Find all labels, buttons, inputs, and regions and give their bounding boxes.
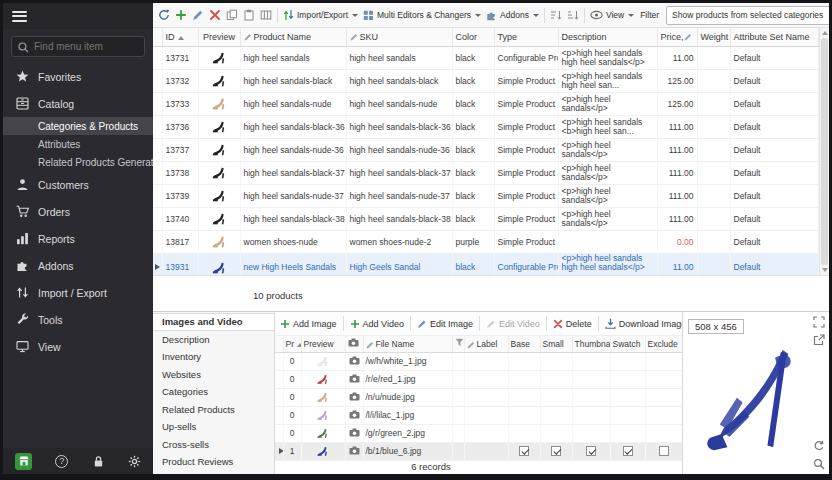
sidebar-item-customers[interactable]: Customers: [3, 171, 153, 198]
delete-product-button[interactable]: [207, 7, 223, 23]
tab-description[interactable]: Description: [153, 331, 274, 349]
column-header-description[interactable]: Description: [558, 28, 657, 46]
column-header-type[interactable]: Type: [494, 28, 558, 46]
sidebar-item-view[interactable]: View: [3, 333, 153, 360]
column-header-product-name[interactable]: Product Name: [240, 28, 346, 46]
fullscreen-button[interactable]: [813, 316, 825, 328]
scrollbar-thumb[interactable]: [821, 38, 828, 265]
tab-product-reviews[interactable]: Product Reviews: [153, 453, 274, 471]
add-video-button[interactable]: Add Video: [348, 317, 406, 331]
sidebar-item-favorites[interactable]: Favorites: [3, 63, 153, 90]
edit-product-button[interactable]: [190, 7, 206, 23]
edit-image-button[interactable]: Edit Image: [415, 317, 475, 331]
tab-inventory[interactable]: Inventory: [153, 348, 274, 366]
image-row[interactable]: 0 /l/i/lilac_1.jpg: [275, 406, 683, 424]
store-button[interactable]: [15, 453, 32, 470]
column-header-swatch[interactable]: Swatch: [610, 336, 645, 352]
column-header-attribute-set[interactable]: Attribute Set Name: [730, 28, 818, 46]
scroll-up-icon[interactable]: [822, 31, 828, 35]
download-image-button[interactable]: Download Image: [603, 316, 682, 331]
products-scrollbar[interactable]: [819, 28, 830, 275]
product-row-13739[interactable]: 13739 high heel sandals-nude-37 high hee…: [153, 184, 818, 207]
base-checkbox[interactable]: [519, 446, 529, 456]
multi-editors-menu[interactable]: Multi Editors & Changers: [361, 8, 483, 23]
column-header-camera[interactable]: [345, 336, 363, 352]
tab-related-products[interactable]: Related Products: [153, 401, 274, 419]
column-header-position[interactable]: Pr: [283, 336, 301, 352]
tab-cross-sells[interactable]: Cross-sells: [153, 436, 274, 454]
sidebar-subitem-attributes[interactable]: Attributes: [3, 135, 153, 153]
edit-video-button[interactable]: Edit Video: [484, 317, 542, 331]
tab-categories[interactable]: Categories: [153, 383, 274, 401]
product-row-13737[interactable]: 13737 high heel sandals-nude-36 high hee…: [153, 138, 818, 161]
column-header-small[interactable]: Small: [540, 336, 572, 352]
column-header-preview[interactable]: Preview: [301, 336, 345, 352]
tab-websites[interactable]: Websites: [153, 366, 274, 384]
image-row[interactable]: 0 /g/r/green_2.jpg: [275, 424, 683, 442]
hamburger-menu-button[interactable]: [3, 3, 153, 29]
image-row[interactable]: 1 /b/1/blue_6.jpg: [275, 442, 683, 460]
paste-button[interactable]: [241, 7, 257, 23]
add-image-button[interactable]: Add Image: [278, 317, 339, 331]
sidebar-item-orders[interactable]: Orders: [3, 198, 153, 225]
column-header-base[interactable]: Base: [508, 336, 540, 352]
id-cell: 13733: [162, 92, 198, 115]
column-header-label[interactable]: Label: [464, 336, 508, 352]
view-menu[interactable]: View: [588, 8, 636, 22]
column-header-sku[interactable]: SKU: [346, 28, 452, 46]
zoom-button[interactable]: [813, 458, 825, 470]
filter-cell: [452, 388, 464, 406]
exclude-checkbox[interactable]: [659, 446, 669, 456]
product-row-13817[interactable]: 13817 women shoes-nude women shoes-nude-…: [153, 230, 818, 253]
small-checkbox[interactable]: [551, 446, 561, 456]
column-header-preview[interactable]: Preview: [198, 28, 240, 46]
sidebar-item-tools[interactable]: Tools: [3, 306, 153, 333]
sidebar-item-reports[interactable]: Reports: [3, 225, 153, 252]
tab-up-sells[interactable]: Up-sells: [153, 418, 274, 436]
open-external-button[interactable]: [813, 334, 825, 346]
product-row-13732[interactable]: 13732 high heel sandals-black high heel …: [153, 69, 818, 92]
swatch-checkbox[interactable]: [623, 446, 633, 456]
column-header-filter[interactable]: [452, 336, 464, 352]
column-header-file-name[interactable]: File Name: [363, 336, 452, 352]
copy-button[interactable]: [224, 7, 240, 23]
sidebar-subitem-related-products-generator[interactable]: Related Products Generator: [3, 153, 153, 171]
category-filter-select[interactable]: Show products from selected categories: [666, 6, 829, 25]
product-row-13733[interactable]: 13733 high heel sandals-nude high heel s…: [153, 92, 818, 115]
refresh-button[interactable]: [156, 7, 172, 23]
sidebar-item-import-export[interactable]: Import / Export: [3, 279, 153, 306]
weight-cell: [697, 115, 730, 138]
column-header-exclude[interactable]: Exclude: [645, 336, 683, 352]
column-header-price[interactable]: Price,: [657, 28, 697, 46]
image-row[interactable]: 0 /r/e/red_1.jpg: [275, 370, 683, 388]
sort-ascending-button[interactable]: [548, 8, 564, 23]
import-export-menu[interactable]: Import/Export: [281, 7, 360, 23]
image-row[interactable]: 0 /n/u/nude.jpg: [275, 388, 683, 406]
delete-image-button[interactable]: Delete: [551, 317, 594, 331]
column-header-thumbnail[interactable]: Thumbna: [572, 336, 610, 352]
sidebar-item-addons[interactable]: Addons: [3, 252, 153, 279]
image-row[interactable]: 0 /w/h/white_1.jpg: [275, 352, 683, 370]
menu-search-input[interactable]: [12, 41, 144, 52]
scroll-down-icon[interactable]: [822, 268, 828, 272]
addons-menu[interactable]: Addons: [484, 8, 541, 23]
sort-descending-button[interactable]: [565, 8, 581, 23]
help-button[interactable]: ?: [55, 455, 68, 468]
product-row-13931[interactable]: 13931 new High Heels Sandals High Geels …: [153, 253, 818, 276]
product-row-13740[interactable]: 13740 high heel sandals-black-38 high he…: [153, 207, 818, 230]
settings-button[interactable]: [128, 455, 141, 468]
sidebar-subitem-categories-products[interactable]: Categories & Products: [3, 117, 153, 135]
rotate-button[interactable]: [813, 440, 825, 452]
thumbnail-checkbox[interactable]: [586, 446, 596, 456]
product-row-13738[interactable]: 13738 high heel sandals-black-37 high he…: [153, 161, 818, 184]
column-header-id[interactable]: ID: [162, 28, 198, 46]
product-row-13731[interactable]: 13731 high heel sandals high heel sandal…: [153, 46, 818, 69]
sidebar-item-catalog[interactable]: Catalog: [3, 90, 153, 117]
lock-button[interactable]: [92, 455, 105, 468]
column-header-weight[interactable]: Weight: [697, 28, 730, 46]
columns-button[interactable]: [258, 7, 274, 23]
column-header-color[interactable]: Color: [452, 28, 494, 46]
product-row-13736[interactable]: 13736 high heel sandals-black-36 high he…: [153, 115, 818, 138]
add-product-button[interactable]: [173, 7, 189, 23]
tab-images-and-video[interactable]: Images and Video: [153, 313, 274, 331]
